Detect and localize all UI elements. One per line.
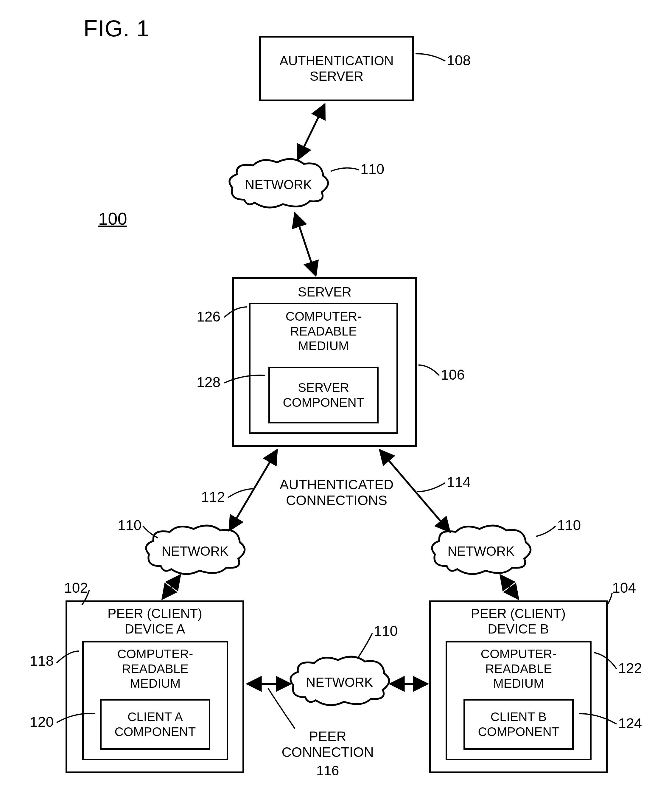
network-cloud-bottom-label: NETWORK (287, 675, 392, 690)
network-cloud-left-ref: 110 (118, 517, 141, 533)
svg-line-3 (162, 575, 180, 599)
peer-connection-label: PEER CONNECTION (279, 729, 377, 760)
svg-line-0 (298, 104, 324, 159)
network-cloud-top-label: NETWORK (226, 177, 331, 192)
server-box: SERVER COMPUTER- READABLE MEDIUM SERVER … (232, 277, 417, 447)
server-component-label: SERVER COMPONENT (283, 380, 364, 410)
server-box-label: SERVER (298, 284, 351, 300)
peer-a-medium-ref: 118 (30, 653, 54, 669)
auth-server-ref: 108 (447, 52, 471, 69)
peer-b-medium-box: COMPUTER- READABLE MEDIUM CLIENT B COMPO… (445, 641, 592, 760)
peer-a-medium-box: COMPUTER- READABLE MEDIUM CLIENT A COMPO… (82, 641, 228, 760)
figure-title: FIG. 1 (83, 15, 150, 42)
network-cloud-right-ref: 110 (557, 517, 581, 533)
conn-left-ref: 112 (201, 489, 225, 505)
peer-a-component-ref: 120 (30, 714, 54, 730)
peer-b-component-ref: 124 (618, 715, 642, 731)
peer-b-component-label: CLIENT B COMPONENT (478, 709, 560, 739)
svg-line-5 (501, 575, 518, 599)
auth-server-label: AUTHENTICATION SERVER (280, 53, 394, 84)
svg-line-1 (295, 213, 316, 276)
peer-b-box: PEER (CLIENT) DEVICE B COMPUTER- READABL… (429, 600, 608, 773)
peer-a-component-box: CLIENT A COMPONENT (100, 699, 210, 750)
peer-b-label: PEER (CLIENT) DEVICE B (471, 606, 566, 637)
server-medium-ref: 126 (197, 308, 220, 325)
peer-a-label: PEER (CLIENT) DEVICE A (108, 606, 202, 637)
server-ref: 106 (441, 367, 465, 383)
network-cloud-top: NETWORK (226, 158, 331, 212)
diagram-canvas: FIG. 1 100 AUTHENTICATION SERVER 108 SER… (0, 0, 669, 812)
peer-a-medium-label: COMPUTER- READABLE MEDIUM (118, 647, 193, 691)
server-component-ref: 128 (197, 374, 220, 390)
peer-a-box: PEER (CLIENT) DEVICE A COMPUTER- READABL… (66, 600, 244, 773)
server-medium-box: COMPUTER- READABLE MEDIUM SERVER COMPONE… (249, 303, 398, 434)
peer-connection-ref: 116 (310, 763, 346, 778)
system-ref: 100 (98, 209, 127, 229)
server-component-box: SERVER COMPONENT (268, 367, 378, 423)
conn-right-ref: 114 (447, 474, 471, 490)
network-cloud-bottom: NETWORK (287, 655, 392, 709)
peer-b-component-box: CLIENT B COMPONENT (464, 699, 574, 750)
peer-a-ref: 102 (64, 580, 88, 596)
network-cloud-bottom-ref: 110 (374, 623, 398, 639)
network-cloud-right: NETWORK (429, 524, 533, 578)
network-cloud-left-label: NETWORK (143, 544, 247, 559)
peer-a-component-label: CLIENT A COMPONENT (115, 709, 196, 739)
peer-b-ref: 104 (612, 580, 636, 596)
server-medium-label: COMPUTER- READABLE MEDIUM (286, 309, 361, 354)
network-cloud-right-label: NETWORK (429, 544, 533, 559)
peer-b-medium-label: COMPUTER- READABLE MEDIUM (481, 647, 556, 691)
network-cloud-left: NETWORK (143, 524, 247, 578)
network-cloud-top-ref: 110 (360, 161, 384, 177)
auth-server-box: AUTHENTICATION SERVER (259, 36, 414, 101)
peer-b-medium-ref: 122 (618, 660, 642, 676)
authenticated-connections-label: AUTHENTICATED CONNECTIONS (259, 477, 414, 508)
